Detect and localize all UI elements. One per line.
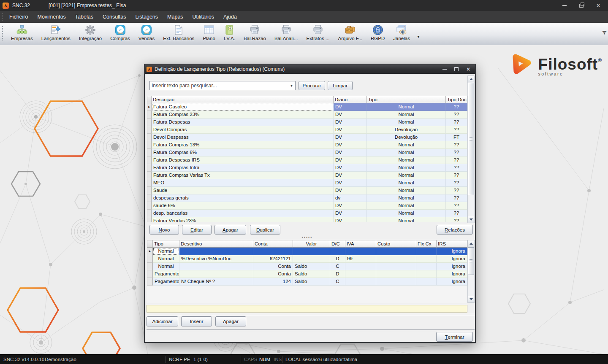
table-row[interactable]: Normal%Descritivo %NumDoc62421121D99Igno… (147, 255, 467, 263)
table-row[interactable]: Fatura Compras 6%DVNormal?? (147, 149, 467, 156)
toolbar-button-vendas[interactable]: efaturaVendas (134, 23, 159, 44)
menu-item-ficheiro[interactable]: Ficheiro (5, 11, 33, 23)
window-close-icon[interactable]: × (595, 3, 601, 8)
column-header-flx-cx[interactable]: Flx Cx (416, 240, 437, 248)
menu-item-tabelas[interactable]: Tabelas (71, 11, 98, 23)
toolbar-button-compras[interactable]: efaturaCompras (106, 23, 134, 44)
toolbar-button-extratos[interactable]: Extratos ... (302, 23, 334, 44)
table-row[interactable]: Fatura Vendas 23%DVNormal?? (147, 217, 467, 222)
inserir-button[interactable]: Inserir (181, 316, 212, 326)
scrollbar-thumb[interactable] (468, 83, 474, 195)
toolbar-overflow-icon[interactable]: ▬▼ (603, 30, 606, 35)
combo-dropdown-icon[interactable]: ▼ (288, 81, 295, 90)
status-separator (282, 356, 282, 363)
toolbar-button-integracao[interactable]: Integração (75, 23, 106, 44)
scroll-down-icon[interactable] (468, 296, 474, 302)
scrollbar-thumb[interactable] (468, 247, 474, 275)
table-row[interactable]: Devol ComprasDVDevolução?? (147, 126, 467, 134)
limpar-button[interactable]: Limpar (328, 81, 353, 90)
efatura-icon: efatura (115, 24, 126, 35)
adicionar-button[interactable]: Adicionar (147, 316, 178, 326)
column-header-irs[interactable]: IRS (437, 240, 467, 248)
menu-item-listagens[interactable]: Listagens (131, 11, 163, 23)
table-row[interactable]: despesas geraisdvNormal?? (147, 194, 467, 202)
terminar-button[interactable]: Terminar (436, 332, 473, 342)
dialog-close-icon[interactable]: × (466, 67, 471, 72)
status-separator (190, 356, 190, 363)
table-row[interactable]: ▸NormalIgnora (147, 248, 467, 255)
note-strip (147, 305, 467, 313)
toolbar-button-i-v-a[interactable]: θI.V.A. (220, 23, 239, 44)
table-row[interactable]: desp. bancariasDVNormal?? (147, 210, 467, 217)
table-row[interactable]: Fatura Compras 23%DVNormal?? (147, 111, 467, 119)
menu-item-movimentos[interactable]: Movimentos (33, 11, 70, 23)
toolbar-button-janelas[interactable]: Janelas (389, 23, 414, 44)
table-row[interactable]: Fatura Compras 13%DVNormal?? (147, 141, 467, 149)
table-row[interactable]: Fatura Compras IntraDVNormal?? (147, 164, 467, 172)
table-row[interactable]: ▸Fatura GasoleoDVNormal?? (147, 103, 467, 111)
main-scrollbar[interactable] (467, 75, 475, 223)
detail-scrollbar[interactable] (467, 240, 475, 303)
relacoes-button[interactable]: Relações (437, 225, 473, 235)
table-row[interactable]: NormalContaSaldoCIgnora (147, 263, 467, 270)
cell-tipo: Normal (367, 202, 446, 210)
column-header-tipo[interactable]: Tipo (367, 96, 446, 103)
cell-descricao: saude 6% (152, 202, 334, 210)
toolbar-button-plano[interactable]: Plano (198, 23, 219, 44)
column-header-descritivo[interactable]: Descritivo (179, 240, 253, 248)
table-row[interactable]: MEODVNormal?? (147, 179, 467, 187)
cell-tipo-doc: ?? (446, 194, 467, 202)
column-header-tipo[interactable]: Tipo (153, 240, 179, 248)
toolbar-button-arquivo-f[interactable]: Arquivo F... (334, 23, 367, 44)
table-row[interactable]: Fatura DespesasDVNormal?? (147, 119, 467, 126)
menu-item-ajuda[interactable]: Ajuda (219, 11, 242, 23)
toolbar-button-ext-bancarios[interactable]: Ext. Bancários (159, 23, 198, 44)
column-header-descricao[interactable]: Descrição (152, 96, 334, 103)
column-header-valor[interactable]: Valor (293, 240, 330, 248)
search-input[interactable] (150, 83, 288, 89)
menu-item-mapas[interactable]: Mapas (163, 11, 188, 23)
menu-item-consultas[interactable]: Consultas (98, 11, 131, 23)
window-restore-icon[interactable] (578, 3, 584, 8)
table-row[interactable]: Fatura Compras Varias TxDVNormal?? (147, 172, 467, 179)
cell-irs: Ignora (437, 278, 467, 286)
printer-icon (249, 24, 260, 35)
toolbar-button-empresas[interactable]: Empresas (7, 23, 37, 44)
toolbar-label: Vendas (138, 36, 155, 41)
cell-tipo-doc: ?? (446, 156, 467, 164)
toolbar-button-lancamentos[interactable]: Lançamentos (37, 23, 75, 44)
column-header-conta[interactable]: Conta (253, 240, 293, 248)
dialog-maximize-icon[interactable] (454, 67, 459, 72)
menu-item-utilitarios[interactable]: Utilitários (188, 11, 219, 23)
scroll-down-icon[interactable] (468, 216, 474, 223)
cell-diario: DV (334, 134, 367, 141)
toolbar-button-bal-razao[interactable]: Bal.Razão (239, 23, 270, 44)
dialog-minimize-icon[interactable] (442, 67, 447, 72)
novo-button[interactable]: Novo (149, 225, 179, 235)
apagar-button[interactable]: Apagar (214, 225, 246, 235)
toolbar-button-bal-anali[interactable]: Bal.Analí... (270, 23, 302, 44)
scroll-up-icon[interactable] (468, 240, 474, 247)
window-minimize-icon[interactable] (562, 3, 567, 8)
table-row[interactable]: Devol DespesasDVDevoluçãoFT (147, 134, 467, 141)
column-header-diario[interactable]: Diario (334, 96, 367, 103)
table-row[interactable]: saude 6%DVNormal?? (147, 202, 467, 210)
duplicar-button[interactable]: Duplicar (250, 225, 280, 235)
splitter-handle[interactable]: ••••• (147, 237, 467, 239)
search-combobox[interactable]: ▼ (149, 81, 296, 90)
editar-button[interactable]: Editar (182, 225, 212, 235)
table-row[interactable]: PagamentoContaSaldoDIgnora (147, 270, 467, 278)
table-row[interactable]: PagamentoN/ Cheque Nº ?124SaldoCIgnora (147, 278, 467, 286)
toolbar-button-rgpd[interactable]: RGPD (366, 23, 389, 44)
janelas-dropdown-icon[interactable]: ▼ (414, 35, 423, 39)
column-header-custo[interactable]: Custo (376, 240, 416, 248)
table-row[interactable]: SaudeDVNormal?? (147, 187, 467, 194)
procurar-button[interactable]: Procurar (299, 81, 325, 90)
scroll-up-icon[interactable] (468, 76, 474, 82)
apagar-detail-button[interactable]: Apagar (215, 316, 246, 326)
column-header-iva[interactable]: IVA (345, 240, 376, 248)
table-row[interactable]: Fatura Despesas IRSDVNormal?? (147, 156, 467, 164)
column-header-d-c[interactable]: D/C (330, 240, 345, 248)
column-header-tipo-doc[interactable]: Tipo Doc. (446, 96, 467, 103)
cell-descritivo (179, 270, 253, 278)
